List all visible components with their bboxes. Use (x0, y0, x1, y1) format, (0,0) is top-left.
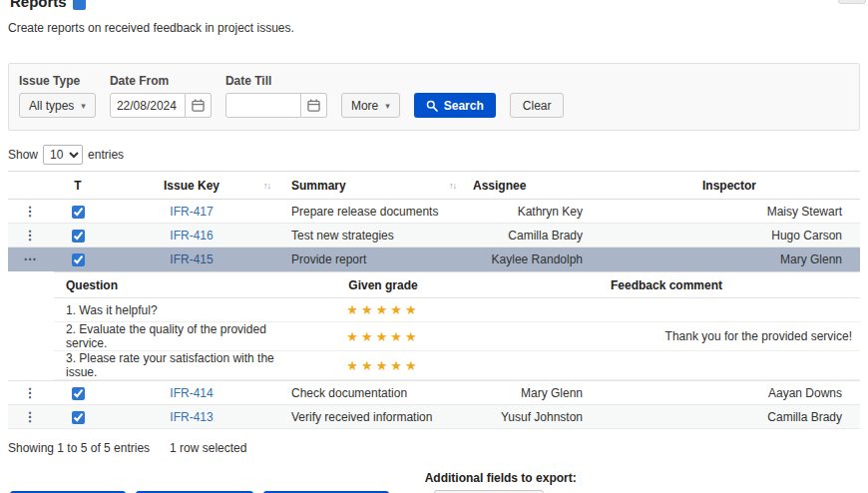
inspector-column-header[interactable]: Inspector (599, 172, 860, 200)
table-header-row: T Issue Key↑↓ Summary↑↓ Assignee Inspect… (8, 172, 860, 200)
issue-type-value: All types (29, 99, 74, 113)
issue-key-link[interactable]: IFR-417 (170, 205, 213, 219)
sort-icon[interactable]: ↑↓ (263, 181, 270, 191)
table-row[interactable]: ⋯ IFR-415 Provide report Kaylee Randolph… (8, 247, 860, 271)
chevron-down-icon: ▾ (385, 101, 390, 111)
page-size-control: Show 10 entries (8, 145, 860, 165)
question-text: 3. Please rate your satisfaction with th… (54, 351, 293, 380)
issue-key-link[interactable]: IFR-413 (170, 410, 213, 424)
star-rating-icon: ★★★★★ (346, 358, 419, 373)
detail-row: 3. Please rate your satisfaction with th… (54, 351, 860, 380)
date-till-filter: Date Till (225, 74, 327, 118)
feedback-detail-row: Question Given grade Feedback comment 1.… (8, 271, 860, 381)
date-till-input[interactable] (225, 93, 301, 118)
question-text: 1. Was it helpful? (54, 298, 293, 322)
row-checkbox[interactable] (72, 411, 85, 424)
summary-cell: Provide report (279, 247, 465, 271)
calendar-icon (307, 99, 320, 112)
page-subtitle: Create reports on received feedback in p… (8, 21, 860, 35)
summary-cell: Prepare release documents (279, 200, 465, 224)
feedback-comment: Thank you for the provided service! (473, 322, 860, 351)
summary-column-header[interactable]: Summary↑↓ (279, 172, 465, 200)
calendar-icon (192, 99, 205, 112)
assignee-cell: Yusuf Johnston (465, 405, 599, 429)
table-row[interactable]: ⋮ IFR-414 Check documentation Mary Glenn… (8, 381, 860, 405)
filter-panel: Issue Type All types ▾ Date From Date Ti… (8, 63, 860, 131)
select-column-header: T (52, 172, 104, 200)
issue-key-column-header[interactable]: Issue Key↑↓ (104, 172, 279, 200)
issue-key-link[interactable]: IFR-415 (170, 252, 213, 266)
assignee-cell: Mary Glenn (465, 381, 599, 405)
feedback-comment (473, 351, 860, 380)
export-bar: Export to XLS Export to CSV Export to JS… (8, 471, 860, 493)
rows-selected-text: 1 row selected (170, 441, 246, 455)
issue-key-link[interactable]: IFR-416 (170, 229, 213, 243)
showing-entries-text: Showing 1 to 5 of 5 entries (8, 441, 150, 455)
assignee-cell: Camilla Brady (465, 224, 599, 247)
date-till-label: Date Till (225, 74, 327, 88)
page-header: Reports (8, 0, 860, 10)
page-title: Reports (10, 0, 67, 10)
inspector-cell: Aayan Downs (599, 381, 860, 405)
reports-info-icon (73, 0, 86, 10)
inspector-cell: Hugo Carson (599, 224, 860, 247)
date-from-filter: Date From (110, 74, 212, 118)
header-action-button[interactable] (838, 0, 866, 4)
row-checkbox[interactable] (72, 230, 85, 243)
row-checkbox[interactable] (72, 253, 85, 266)
actions-column-header (8, 172, 52, 200)
table-row[interactable]: ⋮ IFR-417 Prepare release documents Kath… (8, 200, 860, 224)
assignee-cell: Kaylee Randolph (465, 247, 599, 271)
row-actions-icon[interactable]: ⋮ (24, 385, 37, 400)
row-actions-icon[interactable]: ⋮ (24, 409, 37, 424)
date-from-label: Date From (110, 74, 212, 88)
reports-table: T Issue Key↑↓ Summary↑↓ Assignee Inspect… (8, 171, 860, 429)
row-checkbox[interactable] (72, 387, 85, 400)
search-icon (426, 100, 438, 112)
issue-type-dropdown[interactable]: All types ▾ (19, 93, 96, 118)
show-label: Show (8, 148, 38, 162)
grade-column-header: Given grade (293, 272, 473, 298)
row-checkbox[interactable] (72, 206, 85, 219)
additional-fields-control: Additional fields to export: None Select… (425, 471, 577, 493)
summary-cell: Check documentation (279, 381, 465, 405)
detail-row: 2. Evaluate the quality of the provided … (54, 322, 860, 351)
date-from-input[interactable] (110, 93, 186, 118)
detail-row: 1. Was it helpful? ★★★★★ (54, 298, 860, 322)
inspector-cell: Camilla Brady (599, 405, 860, 429)
row-actions-icon[interactable]: ⋯ (24, 251, 37, 266)
feedback-comment (473, 298, 860, 322)
table-footer: Showing 1 to 5 of 5 entries 1 row select… (8, 441, 860, 455)
question-text: 2. Evaluate the quality of the provided … (54, 322, 293, 351)
issue-type-label: Issue Type (19, 74, 96, 88)
reports-page: Reports Create reports on received feedb… (0, 0, 868, 486)
chevron-down-icon: ▾ (81, 101, 86, 111)
summary-cell: Test new strategies (279, 224, 465, 247)
additional-fields-label: Additional fields to export: (425, 471, 577, 485)
issue-key-link[interactable]: IFR-414 (170, 386, 213, 400)
search-button[interactable]: Search (414, 93, 496, 118)
calendar-icon-button[interactable] (301, 93, 327, 118)
star-rating-icon: ★★★★★ (346, 329, 419, 344)
table-row[interactable]: ⋮ IFR-416 Test new strategies Camilla Br… (8, 224, 860, 247)
inspector-cell: Mary Glenn (599, 247, 860, 271)
assignee-cell: Kathryn Key (465, 200, 599, 224)
summary-cell: Verify received information (279, 405, 465, 429)
page-size-select[interactable]: 10 (43, 145, 83, 165)
inspector-cell: Maisy Stewart (599, 200, 860, 224)
detail-header-row: Question Given grade Feedback comment (54, 272, 860, 298)
issue-type-filter: Issue Type All types ▾ (19, 74, 96, 118)
row-actions-icon[interactable]: ⋮ (24, 204, 37, 219)
row-actions-icon[interactable]: ⋮ (24, 228, 37, 243)
feedback-detail-table: Question Given grade Feedback comment 1.… (54, 271, 860, 380)
clear-button[interactable]: Clear (510, 93, 565, 118)
question-column-header: Question (54, 272, 293, 298)
assignee-column-header[interactable]: Assignee (465, 172, 599, 200)
comment-column-header: Feedback comment (473, 272, 860, 298)
calendar-icon-button[interactable] (186, 93, 212, 118)
entries-label: entries (88, 148, 124, 162)
sort-icon[interactable]: ↑↓ (449, 181, 456, 191)
star-rating-icon: ★★★★★ (346, 302, 419, 317)
more-filters-dropdown[interactable]: More ▾ (341, 93, 400, 118)
table-row[interactable]: ⋮ IFR-413 Verify received information Yu… (8, 405, 860, 429)
